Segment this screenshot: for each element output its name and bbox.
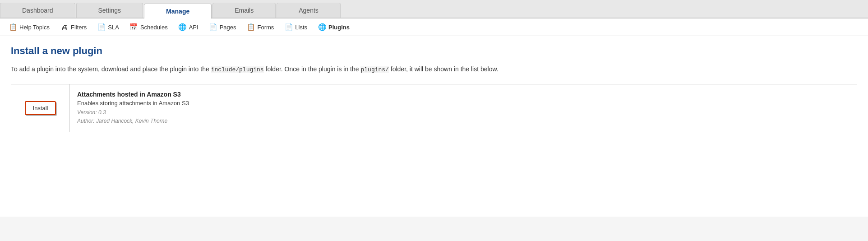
api-icon: 🌐 [179, 23, 187, 31]
tab-manage[interactable]: Manage [144, 4, 212, 19]
filters-icon: 🖨 [60, 23, 69, 31]
subnav-api-label: API [189, 24, 199, 31]
subnav-pages-label: Pages [220, 24, 236, 31]
tab-settings[interactable]: Settings [76, 3, 143, 18]
subnav-plugins-label: Plugins [328, 24, 350, 31]
subnav-forms-label: Forms [258, 24, 274, 31]
plugin-details-cell: Attachments hosted in Amazon S3 Enables … [70, 84, 857, 132]
subnav-sla[interactable]: 📄 SLA [93, 21, 124, 33]
help-topics-icon: 📋 [9, 23, 17, 31]
subnav-lists-label: Lists [295, 24, 307, 31]
sub-nav: 📋 Help Topics 🖨 Filters 📄 SLA 📅 Schedule… [0, 19, 868, 36]
tab-agents[interactable]: Agents [277, 3, 341, 18]
tab-dashboard[interactable]: Dashboard [0, 3, 75, 18]
description-text-2: folder. Once in the plugin is in the [264, 65, 361, 73]
subnav-pages[interactable]: 📄 Pages [205, 21, 241, 33]
pages-icon: 📄 [209, 23, 217, 31]
lists-icon: 📄 [285, 23, 293, 31]
subnav-plugins[interactable]: 🌐 Plugins [314, 21, 354, 33]
plugin-description-text: Enables storing attachments in Amazon S3 [77, 100, 850, 107]
sla-icon: 📄 [97, 23, 106, 31]
plugin-version: Version: 0.3 [77, 108, 850, 117]
plugin-author: Author: Jared Hancock, Kevin Thorne [77, 117, 850, 125]
subnav-forms[interactable]: 📋 Forms [243, 21, 279, 33]
subnav-schedules-label: Schedules [140, 24, 168, 31]
subnav-filters[interactable]: 🖨 Filters [56, 21, 91, 33]
subnav-schedules[interactable]: 📅 Schedules [125, 21, 172, 33]
subnav-lists[interactable]: 📄 Lists [280, 21, 312, 33]
schedules-icon: 📅 [130, 23, 138, 31]
tab-emails[interactable]: Emails [212, 3, 276, 18]
main-content: Install a new plugin To add a plugin int… [0, 36, 868, 217]
description-text-1: To add a plugin into the system, downloa… [11, 65, 211, 73]
subnav-help-topics[interactable]: 📋 Help Topics [5, 21, 54, 33]
plugins-icon: 🌐 [318, 23, 326, 31]
subnav-api[interactable]: 🌐 API [174, 21, 203, 33]
plugin-table: Install Attachments hosted in Amazon S3 … [11, 84, 857, 132]
code-include-plugins: include/plugins [211, 66, 264, 73]
code-plugins-folder: plugins/ [360, 66, 388, 73]
subnav-help-topics-label: Help Topics [19, 24, 50, 31]
install-button[interactable]: Install [25, 101, 56, 115]
table-row: Install Attachments hosted in Amazon S3 … [11, 84, 857, 132]
subnav-filters-label: Filters [71, 24, 87, 31]
page-title: Install a new plugin [11, 45, 857, 57]
plugin-description: To add a plugin into the system, downloa… [11, 64, 857, 75]
description-text-3: folder, it will be shown in the list bel… [389, 65, 499, 73]
subnav-sla-label: SLA [108, 24, 119, 31]
forms-icon: 📋 [247, 23, 255, 31]
install-cell: Install [11, 84, 70, 132]
plugin-name: Attachments hosted in Amazon S3 [77, 91, 850, 98]
top-nav: Dashboard Settings Manage Emails Agents [0, 0, 868, 19]
